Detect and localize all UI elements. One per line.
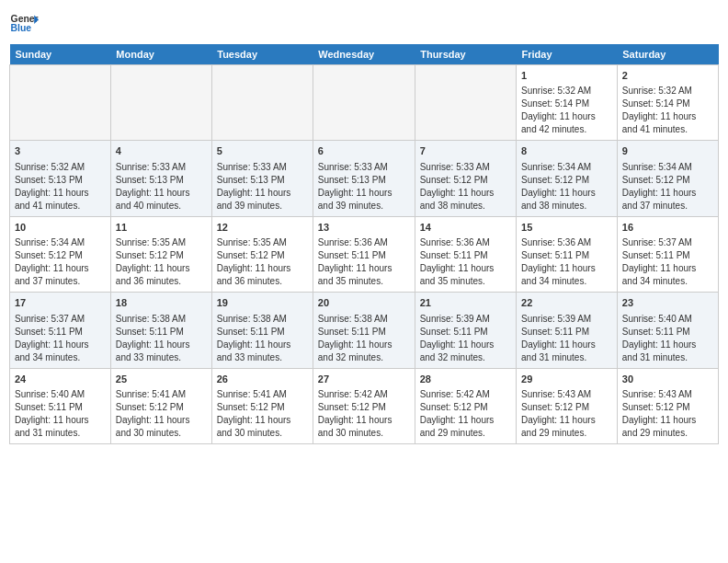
sunset-time: Sunset: 5:12 PM [217,249,308,262]
sunrise-time: Sunrise: 5:40 AM [15,388,106,401]
sunset-time: Sunset: 5:12 PM [622,174,713,187]
daylight-hours: Daylight: 11 hours and 38 minutes. [521,187,612,213]
calendar-cell: 13Sunrise: 5:36 AMSunset: 5:11 PMDayligh… [313,216,415,292]
daylight-hours: Daylight: 11 hours and 40 minutes. [116,187,207,213]
day-number: 29 [521,373,612,386]
sunrise-time: Sunrise: 5:38 AM [217,313,308,326]
daylight-hours: Daylight: 11 hours and 34 minutes. [521,262,612,288]
daylight-hours: Daylight: 11 hours and 29 minutes. [622,414,713,440]
sunset-time: Sunset: 5:11 PM [15,326,106,339]
calendar-cell: 19Sunrise: 5:38 AMSunset: 5:11 PMDayligh… [211,293,313,368]
daylight-hours: Daylight: 11 hours and 42 minutes. [521,110,612,136]
day-number: 5 [217,144,308,158]
sunrise-time: Sunrise: 5:34 AM [15,236,106,249]
sunrise-time: Sunrise: 5:39 AM [521,313,612,326]
day-number: 14 [420,221,511,235]
daylight-hours: Daylight: 11 hours and 37 minutes. [622,187,713,213]
calendar-cell [211,65,313,141]
calendar-cell [10,65,111,141]
sunrise-time: Sunrise: 5:35 AM [217,236,308,249]
calendar-cell: 15Sunrise: 5:36 AMSunset: 5:11 PMDayligh… [517,216,618,292]
day-number: 17 [15,296,106,310]
calendar-cell: 8Sunrise: 5:34 AMSunset: 5:12 PMDaylight… [517,141,618,216]
sunrise-time: Sunrise: 5:35 AM [116,236,207,249]
sunrise-time: Sunrise: 5:32 AM [622,85,713,98]
calendar-cell: 9Sunrise: 5:34 AMSunset: 5:12 PMDaylight… [617,141,718,216]
daylight-hours: Daylight: 11 hours and 41 minutes. [15,187,106,213]
calendar-cell [415,65,516,141]
sunset-time: Sunset: 5:13 PM [116,174,207,187]
day-number: 4 [116,144,207,158]
sunset-time: Sunset: 5:12 PM [15,249,106,262]
calendar-header-row: SundayMondayTuesdayWednesdayThursdayFrid… [10,44,719,65]
daylight-hours: Daylight: 11 hours and 32 minutes. [318,339,410,364]
day-number: 21 [420,296,511,310]
header-tuesday: Tuesday [211,44,313,65]
sunset-time: Sunset: 5:11 PM [420,249,511,262]
sunrise-time: Sunrise: 5:36 AM [318,236,410,249]
day-number: 28 [420,373,511,386]
daylight-hours: Daylight: 11 hours and 30 minutes. [116,414,207,440]
logo-icon: General Blue [9,9,39,39]
week-row-5: 24Sunrise: 5:40 AMSunset: 5:11 PMDayligh… [10,368,719,443]
sunset-time: Sunset: 5:12 PM [420,401,511,414]
week-row-2: 3Sunrise: 5:32 AMSunset: 5:13 PMDaylight… [10,141,719,216]
sunset-time: Sunset: 5:13 PM [217,174,308,187]
daylight-hours: Daylight: 11 hours and 31 minutes. [521,339,612,364]
sunset-time: Sunset: 5:14 PM [521,98,612,110]
sunset-time: Sunset: 5:12 PM [116,249,207,262]
day-number: 22 [521,296,612,310]
calendar-cell: 2Sunrise: 5:32 AMSunset: 5:14 PMDaylight… [617,65,718,141]
daylight-hours: Daylight: 11 hours and 35 minutes. [318,262,410,288]
calendar-cell: 21Sunrise: 5:39 AMSunset: 5:11 PMDayligh… [415,293,516,368]
day-number: 24 [15,373,106,386]
calendar-cell: 24Sunrise: 5:40 AMSunset: 5:11 PMDayligh… [10,368,111,443]
sunset-time: Sunset: 5:12 PM [116,401,207,414]
sunrise-time: Sunrise: 5:39 AM [420,313,511,326]
sunset-time: Sunset: 5:11 PM [318,326,410,339]
sunset-time: Sunset: 5:12 PM [217,401,308,414]
sunrise-time: Sunrise: 5:38 AM [318,313,410,326]
calendar-cell: 3Sunrise: 5:32 AMSunset: 5:13 PMDaylight… [10,141,111,216]
header-wednesday: Wednesday [313,44,415,65]
sunset-time: Sunset: 5:12 PM [521,174,612,187]
daylight-hours: Daylight: 11 hours and 30 minutes. [318,414,410,440]
sunset-time: Sunset: 5:12 PM [521,401,612,414]
calendar-cell [110,65,211,141]
sunset-time: Sunset: 5:11 PM [116,326,207,339]
day-number: 9 [622,144,713,158]
day-number: 6 [318,144,410,158]
daylight-hours: Daylight: 11 hours and 37 minutes. [15,262,106,288]
calendar-cell: 12Sunrise: 5:35 AMSunset: 5:12 PMDayligh… [211,216,313,292]
sunset-time: Sunset: 5:11 PM [15,401,106,414]
calendar-cell: 6Sunrise: 5:33 AMSunset: 5:13 PMDaylight… [313,141,415,216]
header-sunday: Sunday [10,44,111,65]
sunrise-time: Sunrise: 5:42 AM [318,388,410,401]
sunrise-time: Sunrise: 5:32 AM [521,85,612,98]
sunset-time: Sunset: 5:11 PM [622,326,713,339]
week-row-1: 1Sunrise: 5:32 AMSunset: 5:14 PMDaylight… [10,65,719,141]
header-saturday: Saturday [617,44,718,65]
sunrise-time: Sunrise: 5:33 AM [420,161,511,174]
sunrise-time: Sunrise: 5:33 AM [318,161,410,174]
calendar-cell [313,65,415,141]
daylight-hours: Daylight: 11 hours and 38 minutes. [420,187,511,213]
day-number: 30 [622,373,713,386]
day-number: 2 [622,69,713,83]
daylight-hours: Daylight: 11 hours and 30 minutes. [217,414,308,440]
daylight-hours: Daylight: 11 hours and 41 minutes. [622,110,713,136]
page-header: General Blue [9,9,719,39]
sunrise-time: Sunrise: 5:40 AM [622,313,713,326]
calendar-cell: 20Sunrise: 5:38 AMSunset: 5:11 PMDayligh… [313,293,415,368]
day-number: 12 [217,221,308,235]
daylight-hours: Daylight: 11 hours and 35 minutes. [420,262,511,288]
daylight-hours: Daylight: 11 hours and 29 minutes. [420,414,511,440]
week-row-4: 17Sunrise: 5:37 AMSunset: 5:11 PMDayligh… [10,293,719,368]
week-row-3: 10Sunrise: 5:34 AMSunset: 5:12 PMDayligh… [10,216,719,292]
calendar-cell: 1Sunrise: 5:32 AMSunset: 5:14 PMDaylight… [517,65,618,141]
calendar-cell: 30Sunrise: 5:43 AMSunset: 5:12 PMDayligh… [617,368,718,443]
header-monday: Monday [110,44,211,65]
sunrise-time: Sunrise: 5:43 AM [622,388,713,401]
daylight-hours: Daylight: 11 hours and 34 minutes. [15,339,106,364]
sunset-time: Sunset: 5:12 PM [420,174,511,187]
